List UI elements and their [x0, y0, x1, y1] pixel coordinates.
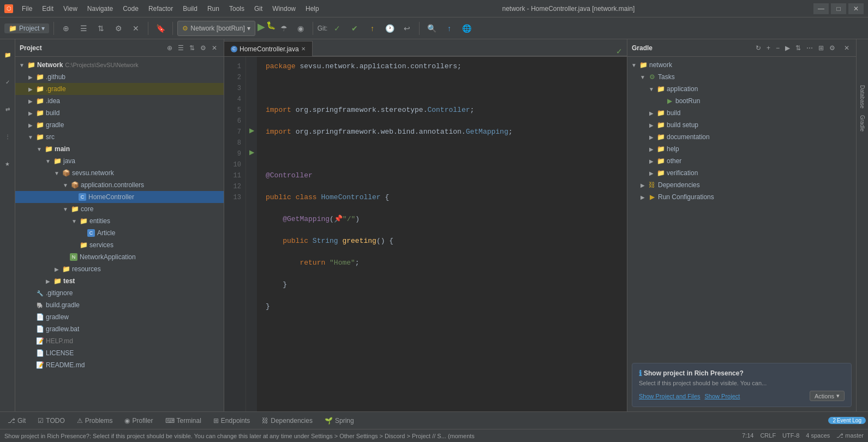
sidebar-project[interactable]: 📁 — [1, 41, 14, 68]
menu-file[interactable]: File — [17, 4, 37, 14]
gradle-item-bootrun[interactable]: ▶ bootRun — [627, 95, 856, 107]
show-project-link[interactable]: Show Project — [705, 393, 740, 399]
status-line-ending[interactable]: CRLF — [760, 432, 776, 439]
gradle-item-documentation[interactable]: ▶ 📁 documentation — [627, 131, 856, 143]
gradle-close-button[interactable]: ✕ — [842, 43, 852, 53]
add-button[interactable]: ⊕ — [58, 21, 74, 36]
settings-button[interactable]: ⚙ — [111, 21, 126, 36]
vcs-button[interactable]: ↑ — [441, 21, 457, 36]
editor-tab-home-controller[interactable]: C HomeController.java ✕ — [224, 41, 313, 56]
gutter-run-7[interactable]: ▶ — [246, 127, 257, 138]
git-history-button[interactable]: 🕐 — [382, 21, 397, 36]
tree-item-home-controller[interactable]: C HomeController — [15, 191, 224, 203]
sidebar-structure[interactable]: ⋮ — [1, 123, 14, 150]
tab-profiler[interactable]: ◉ Profiler — [119, 415, 158, 427]
tab-problems[interactable]: ⚠ Problems — [71, 415, 118, 427]
gradle-item-dependencies[interactable]: ▶ ⛓ Dependencies — [627, 179, 856, 191]
menu-build[interactable]: Build — [178, 4, 202, 14]
panel-settings-button[interactable]: ⚙ — [198, 43, 208, 53]
gradle-item-build[interactable]: ▶ 📁 build — [627, 107, 856, 119]
tree-item-src[interactable]: ▼ 📁 src — [15, 131, 224, 143]
tree-item-gitignore[interactable]: 🔧 .gitignore — [15, 287, 224, 299]
tree-item-sevsu-network[interactable]: ▼ 📦 sevsu.network — [15, 167, 224, 179]
status-indentation[interactable]: 4 spaces — [806, 432, 830, 439]
sidebar-commit[interactable]: ✓ — [1, 69, 14, 95]
tree-item-main[interactable]: ▼ 📁 main — [15, 143, 224, 155]
menu-edit[interactable]: Edit — [38, 4, 58, 14]
tree-item-readme[interactable]: 📝 README.md — [15, 359, 224, 371]
menu-navigate[interactable]: Navigate — [83, 4, 117, 14]
profile-button[interactable]: ◉ — [293, 21, 308, 36]
list-view-button[interactable]: ☰ — [76, 21, 91, 36]
tree-item-github[interactable]: ▶ 📁 .github — [15, 71, 224, 83]
gradle-item-help[interactable]: ▶ 📁 help — [627, 143, 856, 155]
gradle-group-button[interactable]: ⊞ — [816, 43, 826, 53]
tree-item-gradlew-bat[interactable]: 📄 gradlew.bat — [15, 323, 224, 335]
debug-button[interactable]: 🐛 — [266, 21, 276, 36]
sidebar-favorites[interactable]: ★ — [1, 151, 14, 177]
code-editor[interactable]: package sevsu.network.application.contro… — [257, 57, 627, 411]
tab-close-button[interactable]: ✕ — [301, 46, 306, 52]
tree-item-gradlew[interactable]: 📄 gradlew — [15, 311, 224, 323]
tree-item-license[interactable]: 📄 LICENSE — [15, 347, 224, 359]
sidebar-pull-requests[interactable]: ⇄ — [1, 96, 14, 122]
tree-item-gradle-dir[interactable]: ▶ 📁 .gradle — [15, 83, 224, 95]
gradle-item-application[interactable]: ▼ 📁 application — [627, 83, 856, 95]
panel-add-button[interactable]: ⊕ — [165, 43, 175, 53]
tree-item-network-root[interactable]: ▼ 📁 Network C:\Projects\SevSU\Network — [15, 59, 224, 71]
tree-item-resources[interactable]: ▶ 📁 resources — [15, 263, 224, 275]
tree-item-build-gradle[interactable]: 🐘 build.gradle — [15, 299, 224, 311]
tab-spring[interactable]: 🌱 Spring — [319, 415, 360, 427]
tree-item-help-md[interactable]: 📝 HELP.md — [15, 335, 224, 347]
coverage-button[interactable]: ☂ — [277, 21, 292, 36]
project-selector[interactable]: 📁 Project ▾ — [4, 23, 49, 33]
undo-button[interactable]: ↩ — [399, 21, 415, 36]
actions-button[interactable]: Actions ▾ — [810, 391, 845, 401]
tab-endpoints[interactable]: ⊞ Endpoints — [208, 415, 255, 427]
run-button[interactable]: ▶ — [258, 21, 265, 36]
tree-item-services[interactable]: 📁 services — [15, 239, 224, 251]
gradle-item-run-configs[interactable]: ▶ ▶ Run Configurations — [627, 191, 856, 203]
search-button[interactable]: 🔍 — [424, 21, 439, 36]
bookmark-button[interactable]: 🔖 — [153, 21, 168, 36]
tree-item-network-app[interactable]: N NetworkApplication — [15, 251, 224, 263]
gradle-side-tab[interactable]: Gradle — [858, 113, 866, 134]
close-button[interactable]: ✕ — [848, 3, 864, 14]
gradle-flatten-button[interactable]: ⋯ — [804, 43, 815, 53]
tree-item-app-controllers[interactable]: ▼ 📦 application.controllers — [15, 179, 224, 191]
gradle-item-network[interactable]: ▼ 📁 network — [627, 59, 856, 71]
run-configuration-selector[interactable]: ⚙ Network [bootRun] ▾ — [177, 21, 255, 36]
gradle-sort-button[interactable]: ⇅ — [793, 43, 803, 53]
tree-item-gradle2[interactable]: ▶ 📁 gradle — [15, 119, 224, 131]
menu-tools[interactable]: Tools — [225, 4, 249, 14]
gradle-item-build-setup[interactable]: ▶ 📁 build setup — [627, 119, 856, 131]
menu-help[interactable]: Help — [301, 4, 324, 14]
gradle-remove-button[interactable]: − — [774, 43, 782, 53]
tab-todo[interactable]: ☑ TODO — [32, 415, 70, 427]
database-tab[interactable]: Database — [858, 83, 866, 111]
minimize-button[interactable]: — — [813, 3, 829, 14]
gradle-refresh-button[interactable]: ↻ — [753, 43, 763, 53]
close-panel-button[interactable]: ✕ — [128, 21, 143, 36]
gradle-settings-button[interactable]: ⚙ — [827, 43, 837, 53]
menu-git[interactable]: Git — [250, 4, 267, 14]
tree-item-article[interactable]: C Article — [15, 227, 224, 239]
status-vcs[interactable]: ⎇ master — [836, 432, 864, 439]
update-button[interactable]: 🌐 — [459, 21, 474, 36]
tree-item-entities[interactable]: ▼ 📁 entities — [15, 215, 224, 227]
maximize-button[interactable]: □ — [831, 3, 846, 14]
menu-code[interactable]: Code — [118, 4, 143, 14]
tab-terminal[interactable]: ⌨ Terminal — [160, 415, 207, 427]
menu-window[interactable]: Window — [268, 4, 300, 14]
gradle-run-button[interactable]: ▶ — [783, 43, 792, 53]
gradle-item-tasks[interactable]: ▼ ⚙ Tasks — [627, 71, 856, 83]
gradle-item-verification[interactable]: ▶ 📁 verification — [627, 167, 856, 179]
menu-view[interactable]: View — [59, 4, 82, 14]
show-project-files-link[interactable]: Show Project and Files — [639, 393, 701, 399]
sort-button[interactable]: ⇅ — [93, 21, 109, 36]
status-position[interactable]: 7:14 — [742, 432, 753, 439]
git-commit-button[interactable]: ✔ — [347, 21, 362, 36]
tree-item-build[interactable]: ▶ 📁 build — [15, 107, 224, 119]
tree-item-java[interactable]: ▼ 📁 java — [15, 155, 224, 167]
panel-sort-button[interactable]: ⇅ — [187, 43, 197, 53]
